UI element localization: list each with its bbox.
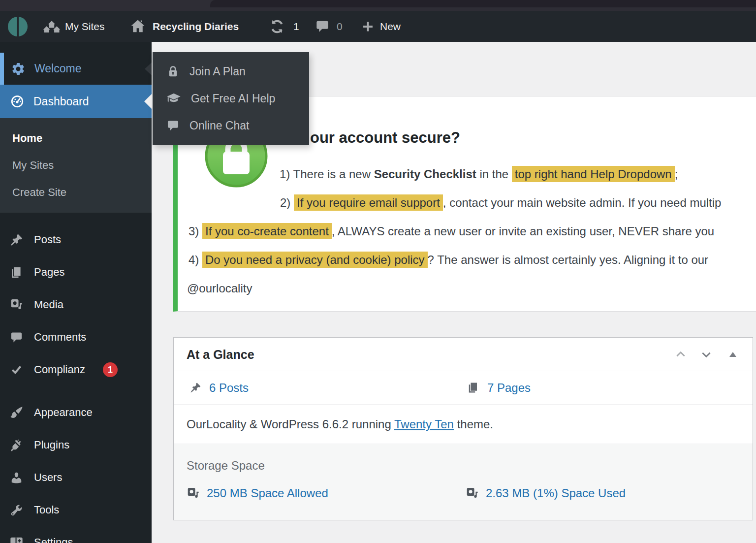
flyout-item-online-chat[interactable]: Online Chat [153,112,309,139]
admin-sidebar: Welcome Dashboard Home My Sites Create S… [0,42,152,543]
user-icon [10,471,23,484]
sidebar-item-settings[interactable]: Settings [0,526,152,543]
sidebar-item-label: Complianz [34,363,85,376]
pages-icon [467,382,479,394]
note-text: ; [675,167,678,181]
glance-counts-row: 6 Posts 7 Pages [174,371,753,405]
sidebar-item-label: Dashboard [33,95,89,108]
sidebar-item-posts[interactable]: Posts [0,224,152,256]
sidebar-item-label: Media [34,298,63,311]
flyout-item-join-a-plan[interactable]: Join A Plan [153,58,309,85]
security-note-3: 3) If you co-create content, ALWAYS crea… [189,224,714,238]
note-text: , ALWAYS create a new user or invite an … [332,224,714,238]
storage-used: 2.63 MB (1%) Space Used [466,486,626,500]
flyout-item-label: Get Free AI Help [191,92,275,105]
plug-icon [10,439,23,452]
sidebar-item-label: Settings [34,536,73,543]
highlighted-text: Do you need a privacy (and cookie) polic… [202,252,428,268]
submenu-item-my-sites[interactable]: My Sites [0,152,152,179]
graduation-cap-icon [166,92,181,106]
updates-icon[interactable] [269,18,285,35]
submenu-item-create-site[interactable]: Create Site [0,179,152,206]
move-down-icon[interactable] [700,349,712,360]
highlighted-text: If you co-create content [202,223,332,239]
flyout-item-label: Online Chat [189,119,249,132]
note-text: 3) [189,224,202,238]
sidebar-item-comments[interactable]: Comments [0,321,152,353]
admin-bar: My Sites Recycling Diaries 1 0 [0,11,756,42]
widget-title: At a Glance [187,347,254,361]
sidebar-item-label: Pages [34,266,64,279]
sidebar-item-label: Posts [34,233,61,246]
brush-icon [10,406,23,419]
comments-bubble-icon[interactable] [315,19,330,34]
security-note-4: 4) Do you need a privacy (and cookie) po… [189,253,708,267]
home-icon[interactable] [130,19,146,34]
welcome-active-indicator [0,53,4,85]
browser-chrome-tab [210,0,756,7]
flyout-item-label: Join A Plan [189,65,246,78]
submenu-item-home[interactable]: Home [0,125,152,152]
pushpin-icon [10,233,23,247]
version-text: OurLocality & WordPress 6.6.2 running Tw… [187,417,493,431]
media-icon [466,487,479,500]
my-sites-menu[interactable]: My Sites [65,21,105,32]
site-name-menu[interactable]: Recycling Diaries [153,21,239,32]
storage-allowed: 250 MB Space Allowed [187,486,328,500]
sidebar-item-complianz[interactable]: Complianz 1 [0,353,152,386]
sidebar-item-users[interactable]: Users [0,461,152,494]
posts-link[interactable]: 6 Posts [209,381,249,395]
media-icon [10,298,23,312]
welcome-flyout-menu: Join A Plan Get Free AI Help Online Chat [153,52,309,145]
sidebar-item-media[interactable]: Media [0,288,152,321]
media-icon [187,487,200,500]
note-text: , contact your main website admin. If yo… [443,196,722,209]
version-post-text: theme. [454,417,493,431]
sidebar-item-label: Plugins [34,439,69,451]
sidebar-item-welcome[interactable]: Welcome [0,53,152,85]
pushpin-icon [190,382,201,393]
note-text: in the [476,167,512,181]
security-note-1: 1) There is a new Security Checklist in … [280,167,678,181]
note-text: @ourlocality [187,282,252,295]
my-sites-icon[interactable] [42,20,61,33]
wrench-icon [10,504,23,517]
comment-icon [10,331,23,344]
lock-icon [166,65,180,78]
space-allowed-link[interactable]: 250 MB Space Allowed [207,486,328,500]
move-up-icon[interactable] [675,349,687,360]
sidebar-item-label: Users [34,471,62,484]
sidebar-item-pages[interactable]: Pages [0,256,152,288]
updates-count[interactable]: 1 [293,21,299,32]
sidebar-item-tools[interactable]: Tools [0,494,152,526]
flyout-item-get-free-ai-help[interactable]: Get Free AI Help [153,85,309,112]
site-logo[interactable] [8,17,28,36]
widget-header[interactable]: At a Glance [174,338,753,371]
note-text: 2) [280,196,294,209]
note-text: ? The answer is almost certainly yes. Al… [428,253,709,266]
at-a-glance-widget: At a Glance 6 Posts [173,337,753,520]
highlighted-text: top right hand Help Dropdown [512,166,675,182]
comments-count[interactable]: 0 [337,21,343,32]
dashboard-submenu: Home My Sites Create Site [0,118,152,213]
highlighted-text: If you require email support [294,194,443,211]
pages-count: 7 Pages [467,381,531,395]
chat-icon [166,119,180,132]
sidebar-item-label: Comments [34,331,86,344]
posts-count: 6 Posts [190,381,249,395]
current-item-arrow [144,94,152,109]
new-content-menu[interactable]: New [380,21,401,32]
pages-link[interactable]: 7 Pages [487,381,531,395]
theme-link[interactable]: Twenty Ten [394,417,454,431]
sidebar-item-plugins[interactable]: Plugins [0,429,152,461]
wordpress-dashboard-page: My Sites Recycling Diaries 1 0 [0,0,756,543]
pages-icon [10,266,23,279]
plus-icon[interactable] [361,20,375,33]
space-used-link[interactable]: 2.63 MB (1%) Space Used [486,486,626,500]
panel-heading: our account secure? [310,129,460,147]
storage-space-title: Storage Space [187,459,265,473]
notification-badge: 1 [103,362,118,377]
collapse-triangle-icon[interactable] [727,350,738,359]
sidebar-item-appearance[interactable]: Appearance [0,396,152,429]
sidebar-item-dashboard[interactable]: Dashboard [0,85,152,118]
